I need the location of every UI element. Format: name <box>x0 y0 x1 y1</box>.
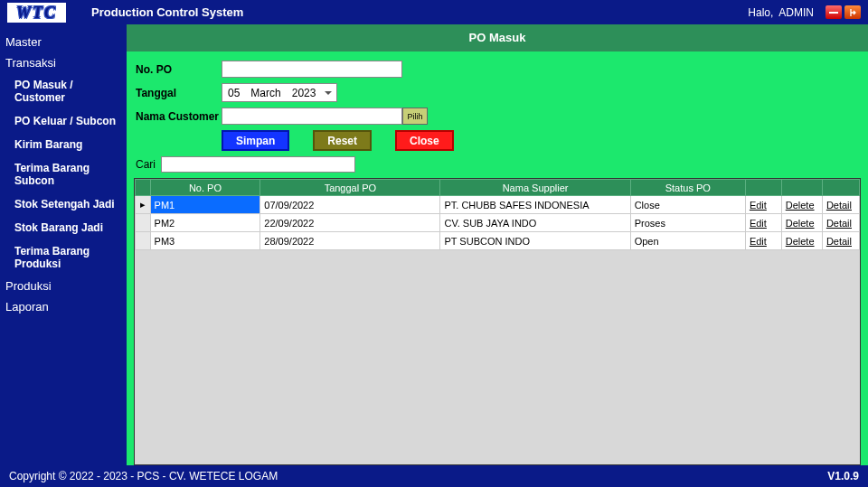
label-customer: Nama Customer <box>136 110 222 123</box>
table-row[interactable]: ▸PM107/09/2022PT. CHUBB SAFES INDONESIAC… <box>136 196 860 214</box>
grid-header-row: No. PO Tanggal PO Nama Supplier Status P… <box>136 180 860 196</box>
nav-master[interactable]: Master <box>0 32 127 52</box>
nav-laporan[interactable]: Laporan <box>0 296 127 317</box>
nav-terima-barang-produksi[interactable]: Terima Barang Produksi <box>0 239 127 276</box>
label-cari: Cari <box>136 158 161 171</box>
cell-status[interactable]: Open <box>630 232 745 250</box>
search-input[interactable] <box>161 156 355 173</box>
label-no-po: No. PO <box>136 63 222 76</box>
cell-tanggal[interactable]: 07/09/2022 <box>260 196 440 214</box>
cell-status[interactable]: Close <box>630 196 745 214</box>
detail-link[interactable]: Detail <box>822 214 859 232</box>
col-supplier[interactable]: Nama Supplier <box>440 180 630 196</box>
table-row[interactable]: PM222/09/2022CV. SUB JAYA INDOProsesEdit… <box>136 214 860 232</box>
data-grid: No. PO Tanggal PO Nama Supplier Status P… <box>134 178 861 465</box>
nav-po-masuk[interactable]: PO Masuk / Customer <box>0 73 127 109</box>
col-status[interactable]: Status PO <box>630 180 745 196</box>
app-title: Production Control System <box>91 5 243 19</box>
main-panel: PO Masuk No. PO Tanggal 05 March 2023 Na… <box>127 24 868 465</box>
col-tanggal[interactable]: Tanggal PO <box>260 180 440 196</box>
pilih-button[interactable]: Pilih <box>402 108 428 125</box>
footer-version: V1.0.9 <box>827 470 859 482</box>
cell-supplier[interactable]: CV. SUB JAYA INDO <box>440 214 630 232</box>
simpan-button[interactable]: Simpan <box>222 130 289 151</box>
footer: Copyright © 2022 - 2023 - PCS - CV. WETE… <box>0 465 868 487</box>
nav-stok-barang-jadi[interactable]: Stok Barang Jadi <box>0 216 127 239</box>
nav-stok-setengah-jadi[interactable]: Stok Setengah Jadi <box>0 192 127 216</box>
cell-no-po[interactable]: PM2 <box>150 214 260 232</box>
cell-status[interactable]: Proses <box>630 214 745 232</box>
label-tanggal: Tanggal <box>136 87 222 99</box>
input-customer[interactable] <box>222 108 402 125</box>
date-day: 05 <box>228 87 240 99</box>
cell-no-po[interactable]: PM3 <box>150 232 260 250</box>
close-button[interactable]: Close <box>395 130 454 151</box>
nav-po-keluar[interactable]: PO Keluar / Subcon <box>0 109 127 133</box>
row-marker <box>136 232 151 250</box>
page-title: PO Masuk <box>127 24 868 52</box>
col-no-po[interactable]: No. PO <box>150 180 260 196</box>
row-marker <box>136 214 151 232</box>
table-row[interactable]: PM328/09/2022PT SUBCON INDOOpenEditDelet… <box>136 232 860 250</box>
col-marker <box>136 180 151 196</box>
reset-button[interactable]: Reset <box>313 130 372 151</box>
detail-link[interactable]: Detail <box>822 196 859 214</box>
detail-link[interactable]: Detail <box>822 232 859 250</box>
cell-no-po[interactable]: PM1 <box>150 196 260 214</box>
edit-link[interactable]: Edit <box>745 232 781 250</box>
delete-link[interactable]: Delete <box>781 214 822 232</box>
col-edit <box>745 180 781 196</box>
logo: WTC <box>7 3 66 23</box>
minimize-button[interactable] <box>826 5 842 19</box>
form-area: No. PO Tanggal 05 March 2023 Nama Custom… <box>127 52 868 156</box>
nav-produksi[interactable]: Produksi <box>0 276 127 296</box>
sidebar: Master Transaksi PO Masuk / Customer PO … <box>0 24 127 465</box>
col-delete <box>781 180 822 196</box>
delete-link[interactable]: Delete <box>781 232 822 250</box>
cell-tanggal[interactable]: 22/09/2022 <box>260 214 440 232</box>
date-picker[interactable]: 05 March 2023 <box>222 83 337 102</box>
edit-link[interactable]: Edit <box>745 196 781 214</box>
col-detail <box>822 180 859 196</box>
nav-kirim-barang[interactable]: Kirim Barang <box>0 133 127 156</box>
footer-copyright: Copyright © 2022 - 2023 - PCS - CV. WETE… <box>9 470 278 482</box>
row-marker: ▸ <box>136 196 151 214</box>
cell-supplier[interactable]: PT. CHUBB SAFES INDONESIA <box>440 196 630 214</box>
cell-tanggal[interactable]: 28/09/2022 <box>260 232 440 250</box>
edit-link[interactable]: Edit <box>745 214 781 232</box>
date-month: March <box>250 87 280 99</box>
cell-supplier[interactable]: PT SUBCON INDO <box>440 232 630 250</box>
input-no-po[interactable] <box>222 61 402 78</box>
date-year: 2023 <box>292 87 316 99</box>
nav-terima-barang-subcon[interactable]: Terima Barang Subcon <box>0 156 127 192</box>
logout-button[interactable] <box>844 5 861 19</box>
delete-link[interactable]: Delete <box>781 196 822 214</box>
top-bar: WTC Production Control System Halo, ADMI… <box>0 0 868 24</box>
nav-transaksi[interactable]: Transaksi <box>0 52 127 73</box>
greeting: Halo, ADMIN <box>748 6 814 19</box>
